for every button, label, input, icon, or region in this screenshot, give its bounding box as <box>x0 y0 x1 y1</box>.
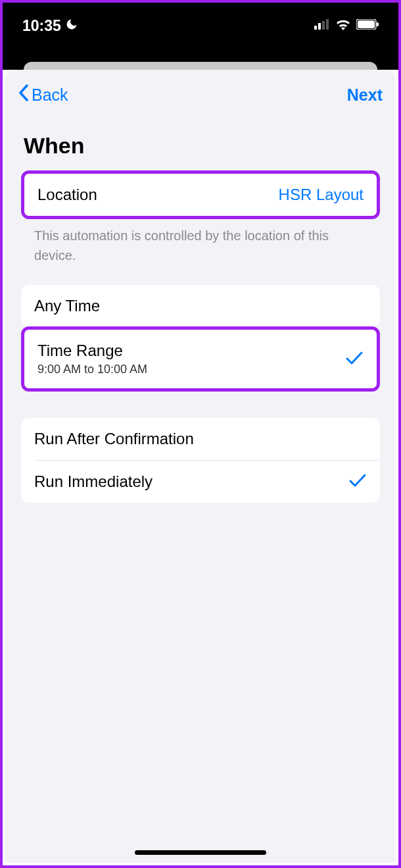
svg-rect-6 <box>377 22 379 26</box>
time-range-label: Time Range <box>37 342 147 360</box>
time-group: Any Time Time Range 9:00 AM to 10:00 AM <box>21 285 380 392</box>
time-range-row[interactable]: Time Range 9:00 AM to 10:00 AM <box>24 330 377 388</box>
any-time-row[interactable]: Any Time <box>21 285 380 327</box>
battery-icon <box>356 19 379 32</box>
any-time-card: Any Time <box>21 285 380 327</box>
cellular-icon <box>314 19 330 32</box>
svg-rect-5 <box>358 20 375 28</box>
time-range-text: Time Range 9:00 AM to 10:00 AM <box>37 342 147 376</box>
location-label: Location <box>37 186 97 204</box>
svg-rect-3 <box>326 19 329 30</box>
back-label: Back <box>32 86 68 105</box>
svg-rect-2 <box>322 21 325 30</box>
sheet: Back Next When Location HSR Layout This … <box>5 70 396 863</box>
run-after-confirmation-row[interactable]: Run After Confirmation <box>21 418 380 460</box>
status-time: 10:35 <box>22 17 61 35</box>
page-title: When <box>24 133 380 159</box>
run-group: Run After Confirmation Run Immediately <box>21 418 380 503</box>
svg-rect-1 <box>318 23 321 30</box>
location-footer: This automation is controlled by the loc… <box>21 219 380 265</box>
check-icon <box>345 350 364 369</box>
run-immediately-label: Run Immediately <box>34 472 153 491</box>
next-button[interactable]: Next <box>347 86 383 105</box>
chevron-left-icon <box>18 84 29 105</box>
nav-bar: Back Next <box>5 76 396 117</box>
location-value: HSR Layout <box>279 186 364 204</box>
wifi-icon <box>335 18 351 33</box>
moon-icon <box>65 17 78 35</box>
back-button[interactable]: Back <box>18 84 68 105</box>
status-bar: 10:35 <box>3 3 398 62</box>
content: When Location HSR Layout This automation… <box>5 133 396 503</box>
run-immediately-row[interactable]: Run Immediately <box>21 461 380 503</box>
location-card: Location HSR Layout <box>21 170 380 219</box>
location-row[interactable]: Location HSR Layout <box>24 174 377 216</box>
time-range-detail: 9:00 AM to 10:00 AM <box>37 363 147 376</box>
any-time-label: Any Time <box>34 297 100 315</box>
time-range-card: Time Range 9:00 AM to 10:00 AM <box>21 326 380 392</box>
home-indicator[interactable] <box>135 850 266 855</box>
status-time-area: 10:35 <box>22 17 78 35</box>
check-icon <box>348 472 367 491</box>
status-icons <box>314 18 379 33</box>
run-after-confirmation-label: Run After Confirmation <box>34 430 194 448</box>
svg-rect-0 <box>314 26 317 30</box>
